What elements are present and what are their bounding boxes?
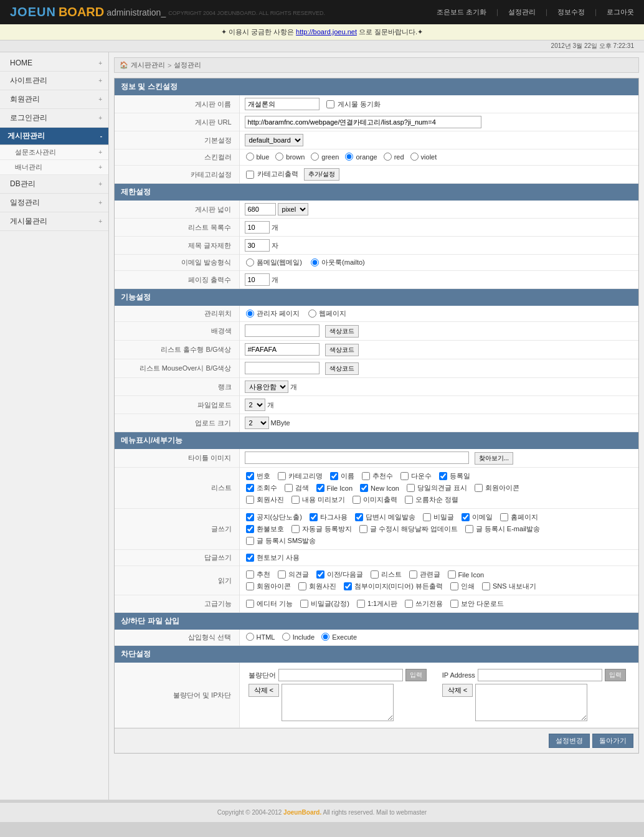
check-refund[interactable]: 환불보호 [245,524,284,534]
block-word-delete-btn[interactable]: 삭제 < [249,684,279,697]
nav-profile[interactable]: 정보수정 [557,7,585,17]
category-btn[interactable]: 추가/설정 [304,168,339,181]
email-outlook[interactable]: 아웃룩(mailto) [310,258,365,267]
list-odd-input[interactable] [245,343,320,356]
sidebar-item-member[interactable]: 회원관리 + [0,90,108,109]
sidebar-item-home[interactable]: HOME + [0,55,108,72]
sidebar-item-posts[interactable]: 게시물관리 + [0,212,108,231]
check-asc-sort[interactable]: 오름차순 정렬 [404,495,458,504]
nav-logout[interactable]: 로그아웃 [607,7,634,17]
check-member-photo[interactable]: 회원사진 [245,495,284,504]
web-page[interactable]: 웹페이지 [307,309,346,318]
back-button[interactable]: 돌아가기 [592,734,633,748]
width-input[interactable] [245,203,276,215]
file-upload-select[interactable]: 2 3 5 [245,399,265,411]
check-search[interactable]: 검색 [283,483,309,493]
skin-select[interactable]: default_board [245,134,303,146]
block-ip-input-btn[interactable]: 입력 [605,669,626,681]
check-1to1[interactable]: 1:1게시판 [356,599,397,608]
check-category-name[interactable]: 카테고리명 [277,471,323,481]
check-file-icon[interactable]: File Icon [315,484,353,492]
sidebar-item-survey[interactable]: 설문조사관리 + [0,145,108,160]
board-url-input[interactable] [245,116,481,128]
insert-html[interactable]: HTML [245,633,275,641]
check-secret[interactable]: 비밀글 [422,513,454,522]
check-read-file-icon[interactable]: File Icon [447,570,485,579]
list-hover-btn[interactable]: 색상코드 [325,362,359,375]
check-image-output[interactable]: 이미지출력 [351,495,397,504]
color-orange[interactable]: orange [344,153,377,161]
insert-execute[interactable]: Execute [320,633,357,641]
sidebar-item-login[interactable]: 로그인관리 + [0,109,108,128]
category-check[interactable] [246,171,254,179]
paging-input[interactable] [245,273,270,286]
check-related[interactable]: 관련글 [408,570,440,579]
color-blue[interactable]: blue [245,153,270,161]
block-word-input[interactable] [278,669,403,681]
check-update-date[interactable]: 글 수정시 해당날짜 업데이트 [358,524,458,534]
color-violet[interactable]: violet [409,153,437,161]
nav-reset[interactable]: 조은보드 초기화 [437,7,486,17]
insert-include[interactable]: Include [281,633,315,641]
check-read-list[interactable]: 리스트 [369,570,402,579]
check-read-reply[interactable]: 의견글 [277,570,309,579]
email-form[interactable]: 폼메일(웹메일) [245,258,302,267]
block-ip-delete-btn[interactable]: 삭제 < [442,684,473,697]
check-tag[interactable]: 타그사용 [308,513,348,522]
list-hover-input[interactable] [245,362,320,374]
board-name-input[interactable] [245,98,320,110]
check-reply[interactable]: 현토보기 사용 [245,553,300,562]
check-notice[interactable]: 공지(상단노출) [245,513,302,522]
check-number[interactable]: 번호 [245,471,270,481]
rank-select[interactable]: 사용안함 [245,381,288,393]
board-sync-check[interactable] [326,100,334,108]
check-read-member-icon[interactable]: 회원아이콘 [245,582,291,591]
title-img-input[interactable] [245,452,469,464]
sidebar-item-schedule[interactable]: 일정관리 + [0,194,108,212]
check-preview[interactable]: 내용 미리보기 [290,495,345,504]
check-captcha[interactable]: 자동글 등록방지 [290,524,352,534]
save-button[interactable]: 설정변경 [549,734,590,748]
check-recommend[interactable]: 추천수 [361,471,393,481]
check-email[interactable]: 이메일 [460,513,493,522]
check-new-icon[interactable]: New Icon [359,484,399,492]
check-member-icon[interactable]: 회원아이콘 [473,483,519,493]
color-green[interactable]: green [310,153,339,161]
check-downloads[interactable]: 다운수 [399,471,432,481]
block-word-input-btn[interactable]: 입력 [405,669,427,681]
check-regdate[interactable]: 등록일 [438,471,470,481]
bgcolor-btn[interactable]: 색상코드 [325,325,359,338]
block-ip-textarea[interactable] [475,684,587,721]
block-word-textarea[interactable] [282,684,394,721]
browse-btn[interactable]: 찾아보기... [475,452,513,465]
list-count-input[interactable] [245,221,270,234]
check-reg-sms[interactable]: 글 등록시 SMS발송 [245,536,316,546]
title-limit-input[interactable] [245,239,270,252]
check-prev-next[interactable]: 이전/다음글 [315,570,363,579]
check-print[interactable]: 인쇄 [449,582,475,591]
color-brown[interactable]: brown [274,153,305,161]
sidebar-item-site[interactable]: 사이트관리 + [0,72,108,90]
width-unit-select[interactable]: pixel [278,203,308,215]
check-read-member-photo[interactable]: 회원사진 [297,582,336,591]
admin-page[interactable]: 관리자 페이지 [245,309,300,318]
sidebar-item-db[interactable]: DB관리 + [0,175,108,194]
nav-settings[interactable]: 설정관리 [508,7,536,17]
check-secure-dl[interactable]: 보안 다운로드 [449,599,504,608]
upload-size-select[interactable]: 2 5 10 [245,417,269,429]
check-read-recommend[interactable]: 추천 [245,570,270,579]
check-reg-email[interactable]: 글 등록시 E-mail발송 [464,524,540,534]
block-ip-input[interactable] [478,669,602,681]
check-write-only[interactable]: 쓰기전용 [404,599,443,608]
check-name[interactable]: 이름 [329,471,354,481]
bgcolor-input[interactable] [245,324,320,337]
color-red[interactable]: red [382,153,404,161]
sidebar-item-board[interactable]: 게시판관리 - [0,128,108,145]
check-daily-reply[interactable]: 당일의견글 표시 [405,483,467,493]
check-sns[interactable]: SNS 내보내기 [481,582,536,591]
notice-link[interactable]: http://board.joeu.net [296,28,357,35]
check-homepage[interactable]: 홈페이지 [499,513,538,522]
list-odd-btn[interactable]: 색상코드 [325,344,359,356]
sidebar-item-banner[interactable]: 배너관리 + [0,160,108,175]
check-views[interactable]: 조회수 [245,483,277,493]
